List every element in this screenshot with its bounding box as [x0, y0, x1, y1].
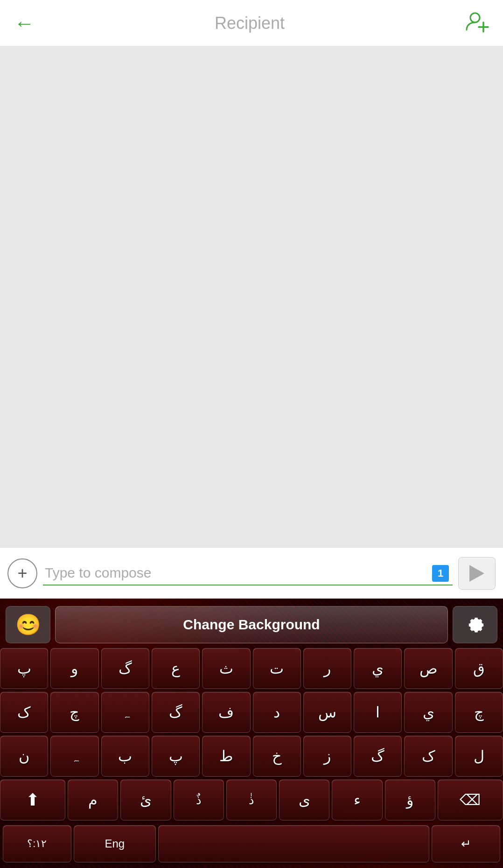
- key-ک2[interactable]: ک: [0, 692, 48, 733]
- space-key[interactable]: [158, 825, 429, 862]
- key-چ2[interactable]: چ: [455, 692, 503, 733]
- key-ث[interactable]: ث: [202, 648, 250, 689]
- key-ہ[interactable]: ہ: [101, 692, 149, 733]
- chat-area: [0, 47, 503, 547]
- key-ي[interactable]: ي: [354, 648, 402, 689]
- back-button[interactable]: ←: [14, 13, 35, 34]
- key-ق[interactable]: ق: [455, 648, 503, 689]
- key-خ[interactable]: خ: [253, 736, 301, 777]
- svg-point-0: [470, 13, 480, 22]
- emoji-button[interactable]: 😊: [6, 606, 50, 643]
- backspace-key[interactable]: ⌫: [438, 779, 503, 820]
- key-ت[interactable]: ت: [253, 648, 301, 689]
- gear-icon: [464, 613, 486, 636]
- shift-key[interactable]: ⬆: [0, 779, 65, 820]
- key-ی[interactable]: ی: [279, 779, 329, 820]
- send-button[interactable]: [458, 557, 496, 590]
- key-ط[interactable]: ط: [202, 736, 250, 777]
- recipient-field[interactable]: Recipient: [215, 14, 285, 33]
- keyboard-row-2: ک چ ہ گ ف د س ا ي چ: [0, 692, 503, 733]
- key-ذ2[interactable]: ذٰ: [226, 779, 277, 820]
- key-ک[interactable]: ک: [404, 736, 452, 777]
- key-گ2[interactable]: گ: [101, 648, 149, 689]
- key-ن[interactable]: ن: [0, 736, 48, 777]
- settings-button[interactable]: [453, 606, 497, 643]
- key-ہ2[interactable]: ہ: [50, 736, 98, 777]
- keyboard-bottom-row: ١٢:؟ Eng ↵: [0, 823, 503, 868]
- compose-bar: + 1: [0, 547, 503, 599]
- compose-input-wrap: 1: [43, 561, 453, 586]
- send-icon: [469, 565, 484, 582]
- key-د[interactable]: د: [253, 692, 301, 733]
- num-key[interactable]: ١٢:؟: [3, 825, 71, 862]
- key-گ3[interactable]: گ: [354, 736, 402, 777]
- key-ؤ[interactable]: ؤ: [385, 779, 435, 820]
- key-گ[interactable]: گ: [152, 692, 200, 733]
- keyboard-row-3: ن ہ ب پ ط خ ز گ ک ل: [0, 736, 503, 777]
- enter-key[interactable]: ↵: [432, 825, 500, 862]
- compose-badge: 1: [432, 565, 449, 582]
- keyboard-top-bar: 😊 Change Background: [0, 599, 503, 648]
- key-ئ[interactable]: ئ: [120, 779, 171, 820]
- key-س[interactable]: س: [303, 692, 351, 733]
- key-ز[interactable]: ز: [303, 736, 351, 777]
- header: ← Recipient: [0, 0, 503, 47]
- key-ص[interactable]: ص: [404, 648, 452, 689]
- key-ء[interactable]: ء: [332, 779, 382, 820]
- keyboard: 😊 Change Background پ و گ ع ث ت ر ي ص ق …: [0, 599, 503, 868]
- key-م[interactable]: م: [68, 779, 118, 820]
- key-پ2[interactable]: پ: [152, 736, 200, 777]
- key-پ[interactable]: پ: [0, 648, 48, 689]
- key-ر[interactable]: ر: [303, 648, 351, 689]
- key-و[interactable]: و: [50, 648, 98, 689]
- change-background-button[interactable]: Change Background: [55, 606, 448, 643]
- compose-add-button[interactable]: +: [7, 558, 37, 588]
- keyboard-row-4: ⬆ م ئ ذٌ ذٰ ی ء ؤ ⌫: [0, 779, 503, 820]
- language-key[interactable]: Eng: [74, 825, 156, 862]
- keyboard-row-1: پ و گ ع ث ت ر ي ص ق: [0, 648, 503, 689]
- key-ع[interactable]: ع: [152, 648, 200, 689]
- key-ي2[interactable]: ي: [404, 692, 452, 733]
- key-ل[interactable]: ل: [455, 736, 503, 777]
- compose-input[interactable]: [43, 561, 453, 586]
- key-ا[interactable]: ا: [354, 692, 402, 733]
- key-ب[interactable]: ب: [101, 736, 149, 777]
- key-چ[interactable]: چ: [50, 692, 98, 733]
- key-ف[interactable]: ف: [202, 692, 250, 733]
- key-ذ1[interactable]: ذٌ: [174, 779, 224, 820]
- add-contact-button[interactable]: [465, 9, 489, 37]
